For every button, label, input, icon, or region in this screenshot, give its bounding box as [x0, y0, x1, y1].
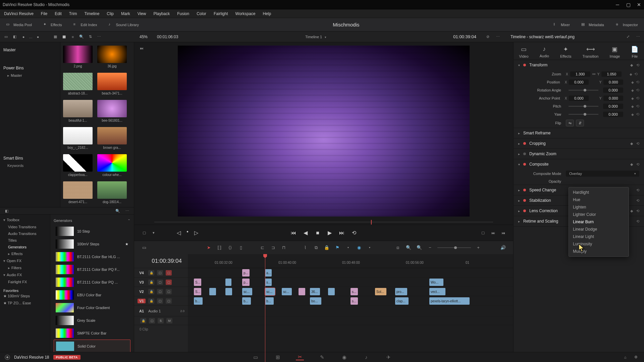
page-edit[interactable]: ✂	[296, 354, 304, 360]
generator-bt-2111-color-bar-pq-f---[interactable]: BT.2111 Color Bar PQ F...	[54, 263, 130, 276]
generator-solid-color[interactable]: Solid Color	[54, 340, 130, 353]
fx-node[interactable]: Audio Transitions	[8, 230, 47, 237]
thumb-view-icon[interactable]: ▦	[61, 34, 67, 40]
menu-timeline[interactable]: Timeline	[84, 11, 99, 16]
blend-mode-option-luminosity[interactable]: Luminosity	[569, 240, 629, 248]
generator-bt-2111-color-bar-pq----[interactable]: BT.2111 Color Bar PQ ...	[54, 276, 130, 289]
loop-button[interactable]: ⟲	[351, 230, 357, 236]
lock-icon[interactable]: 🔒	[140, 318, 146, 323]
bin-master[interactable]: Master	[3, 48, 57, 52]
reset-icon[interactable]: ⟲	[636, 198, 639, 203]
fx-node[interactable]: Titles	[8, 237, 47, 244]
fx-openfx[interactable]: ▾Open FX	[3, 257, 47, 264]
timeline-clip[interactable]	[209, 288, 216, 295]
page-fairlight[interactable]: ♪	[362, 354, 370, 360]
list-view-icon[interactable]: ≡	[69, 34, 76, 40]
chevron-right-icon[interactable]: ▸	[518, 220, 520, 223]
pitch-input[interactable]: 0.000	[603, 104, 623, 109]
enable-dot-icon[interactable]	[523, 64, 526, 66]
timeline-clip[interactable]: b...	[194, 297, 203, 305]
auto-select-icon[interactable]: ▢	[157, 280, 163, 285]
reset-icon[interactable]: ⟲	[636, 88, 639, 93]
more-icon[interactable]: ⋯	[635, 34, 641, 40]
enable-dot-icon[interactable]	[523, 199, 526, 202]
fx-audiofx[interactable]: ▾Audio FX	[3, 272, 47, 279]
generator-bt-2111-color-bar-hlg----[interactable]: BT.2111 Color Bar HLG ...	[54, 250, 130, 263]
media-clip[interactable]: 2.png	[63, 46, 93, 68]
mute-icon[interactable]: 🔊	[500, 244, 506, 251]
minimize-button[interactable]: ─	[615, 2, 620, 7]
timeline-clip[interactable]: S...	[194, 279, 201, 286]
blend-mode-option-linear-dodge[interactable]: Linear Dodge	[569, 226, 629, 233]
scrub-bar[interactable]	[154, 220, 493, 225]
lock-icon[interactable]: 🔒	[148, 289, 154, 294]
smartbin-item[interactable]: Keywords	[3, 163, 57, 169]
menu-mark[interactable]: Mark	[121, 11, 130, 16]
inspector-tab-video[interactable]: ▭Video	[519, 46, 529, 58]
keyframe-icon[interactable]: ◆	[631, 88, 634, 92]
timeline-clip[interactable]: pexels-taryn-elliott...	[429, 297, 470, 305]
track-label-v4[interactable]: V4	[138, 271, 146, 275]
chevron-right-icon[interactable]: ▸	[518, 142, 520, 145]
menu-fusion[interactable]: Fusion	[177, 11, 189, 16]
generator-four-color-gradient[interactable]: Four Color Gradient	[54, 301, 130, 314]
timeline-clip[interactable]	[299, 288, 305, 295]
flip-v-button[interactable]: ⇵	[576, 120, 584, 126]
reset-icon[interactable]: ⟲	[636, 80, 639, 84]
solo-button[interactable]: S	[158, 318, 164, 323]
more-icon[interactable]: ⋯	[494, 34, 501, 40]
menu-help[interactable]: Help	[263, 11, 271, 16]
next-edit-icon[interactable]: ▷	[193, 230, 199, 236]
timeline-clip[interactable]: sc...	[242, 288, 252, 295]
last-frame-button[interactable]: ⏭	[339, 230, 345, 236]
playhead[interactable]	[265, 254, 265, 362]
track-label-v3[interactable]: V3	[138, 280, 146, 284]
link-icon[interactable]: ⚯	[592, 72, 595, 76]
timeline-clip[interactable]: vect...	[429, 288, 445, 295]
fx-node-generators[interactable]: Generators	[8, 244, 47, 250]
trim-tool-icon[interactable]: ⟦⟧	[216, 244, 223, 251]
rotation-input[interactable]: 0.000	[603, 87, 623, 93]
timeline-clip[interactable]: p...	[242, 279, 250, 286]
page-deliver[interactable]: ✈	[384, 354, 392, 360]
blend-mode-option-lighter-color[interactable]: Lighter Color	[569, 211, 629, 218]
menu-trim[interactable]: Trim	[69, 11, 77, 16]
prev-edit-icon[interactable]: ◁	[176, 230, 182, 236]
page-media[interactable]: ▭	[252, 354, 260, 360]
pos-x-input[interactable]: 0.000	[569, 79, 589, 85]
section-smart-reframe[interactable]: Smart Reframe	[523, 131, 639, 135]
section-dynamic-zoom[interactable]: Dynamic Zoom	[529, 152, 639, 156]
enable-dot-icon[interactable]	[523, 153, 526, 155]
timeline-clip[interactable]	[225, 288, 232, 295]
play-reverse-button[interactable]: ◀	[303, 230, 309, 236]
timeline-clip[interactable]: sc...	[265, 288, 275, 295]
enable-icon[interactable]: ▢	[166, 289, 172, 294]
skip-next-icon[interactable]: ⏭	[138, 45, 145, 52]
track-label-a1[interactable]: A1	[138, 309, 146, 313]
prev-clip-icon[interactable]: ⏮	[500, 230, 506, 236]
yaw-input[interactable]: 0.000	[603, 112, 623, 117]
snap-icon[interactable]: ⧈	[394, 244, 401, 251]
blend-mode-option-hardlight[interactable]: Hardlight	[569, 189, 629, 196]
fx-node[interactable]: ▸Filters	[8, 264, 47, 272]
media-clip[interactable]: brown gra...	[97, 127, 127, 149]
blend-mode-option-hue[interactable]: Hue	[569, 196, 629, 203]
chevron-right-icon[interactable]: ▸	[518, 131, 520, 135]
record-dot-icon[interactable]: ●	[35, 34, 41, 40]
strip-view-icon[interactable]: ▦	[52, 34, 59, 40]
media-clip[interactable]: colour-whe...	[97, 154, 127, 177]
lock-icon[interactable]: 🔒	[148, 280, 154, 285]
mixer-button[interactable]: ⫴Mixer	[550, 21, 573, 29]
dynamic-trim-icon[interactable]: ⟨⟩	[227, 244, 233, 251]
favorite-item[interactable]: ★ TP ZO... Ease	[3, 300, 47, 307]
viewer-preview[interactable]	[178, 46, 470, 217]
media-clip[interactable]: clapperboa...	[63, 154, 93, 177]
generator-smpte-color-bar[interactable]: SMPTE Color Bar	[54, 327, 130, 340]
anc-x-input[interactable]: 0.000	[569, 96, 589, 101]
timeline-clip[interactable]: Wo...	[429, 279, 443, 286]
record-icon[interactable]: ●	[20, 34, 27, 40]
sort-icon[interactable]: ⇅	[87, 34, 94, 40]
blend-mode-option-lighten[interactable]: Lighten	[569, 203, 629, 211]
zoom-y-input[interactable]: 1.050	[601, 71, 622, 77]
reset-icon[interactable]: ⟲	[636, 209, 639, 213]
